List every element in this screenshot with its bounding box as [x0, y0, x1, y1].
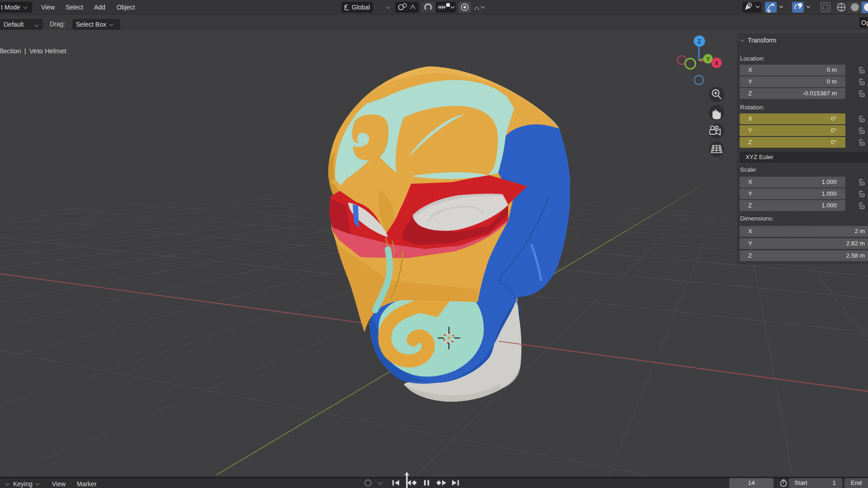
svg-text:Y: Y	[706, 56, 710, 62]
svg-text:X: X	[715, 60, 718, 66]
svg-text:Z: Z	[698, 38, 701, 45]
svg-text:Global: Global	[352, 4, 370, 11]
